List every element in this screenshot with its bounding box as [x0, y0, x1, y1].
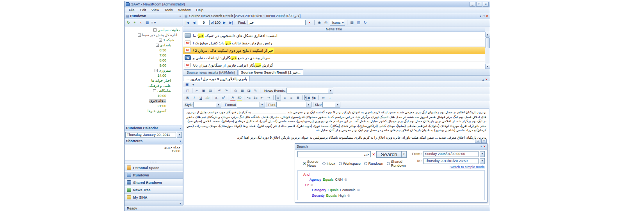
clear-find-icon[interactable]: ×	[307, 20, 312, 25]
from-date-field[interactable]: Sunday 2008/01/20 00:00	[423, 151, 479, 157]
save-icon[interactable]: ▣	[184, 82, 190, 87]
tree-item-selected[interactable]: مجله خبری	[125, 98, 182, 103]
paste-icon[interactable]: ▤	[207, 88, 213, 93]
shortcut-item-time[interactable]: 19:00	[127, 149, 180, 153]
refresh-results-icon[interactable]: ↻	[363, 20, 368, 25]
calendar-date-field[interactable]: Thursday, January 20, 2011	[125, 132, 176, 138]
tree-item[interactable]: اداره کل پخش خبر سیما-	[125, 32, 182, 37]
menu-edit[interactable]: Edit	[137, 8, 149, 12]
pin-menu-icon[interactable]: ▾	[480, 144, 482, 148]
minimize-icon[interactable]: _	[470, 2, 475, 7]
news-events-dropdown[interactable]: ▾	[286, 88, 333, 93]
align-left-icon[interactable]: ≡	[275, 95, 281, 100]
first-page-icon[interactable]: |◀	[185, 20, 190, 25]
menu-help[interactable]: Help	[193, 8, 206, 12]
scope-shared-rundown[interactable]: Shared Rundown	[387, 160, 407, 167]
insert-link-icon[interactable]: ∞	[320, 95, 326, 100]
pen-icon[interactable]: ✎	[253, 88, 258, 93]
search-button[interactable]: Search	[376, 151, 401, 158]
format-dropdown[interactable]: ▾	[237, 102, 265, 107]
restore-icon[interactable]: □	[475, 139, 480, 143]
tree-expander-icon[interactable]: -	[153, 28, 157, 32]
editor-tab[interactable]: ... باقری بااخلاق ترین 9 دوره قبل / برتر…	[184, 76, 250, 81]
scroll-down-icon[interactable]: ▼	[485, 64, 490, 69]
condition-and[interactable]: And	[303, 172, 310, 178]
nav-news-tree[interactable]: News Tree	[125, 186, 183, 194]
scrollbar-thumb[interactable]	[486, 37, 490, 48]
font-dropdown[interactable]: ▾	[276, 102, 311, 107]
switch-to-simple-mode-link[interactable]: Switch to simple mode	[409, 165, 485, 169]
tree-item[interactable]: 14:00	[125, 73, 182, 78]
tree-item[interactable]: علمی و فرهنگی	[125, 83, 182, 88]
radio-icon[interactable]	[387, 162, 390, 165]
copy-icon[interactable]: ▣	[201, 88, 206, 93]
insert-symbol-icon[interactable]: ↓	[327, 95, 333, 100]
save-options-icon[interactable]: ▾	[190, 82, 196, 87]
last-page-icon[interactable]: ▶|	[228, 20, 234, 25]
align-justify-icon[interactable]: ≣	[295, 95, 301, 100]
tree-item[interactable]: آنسوی خبرها	[125, 108, 182, 113]
superscript-icon[interactable]: x²	[221, 95, 226, 100]
tree-item[interactable]: 6:30	[125, 48, 182, 53]
menu-view[interactable]: View	[149, 8, 162, 12]
table-icon[interactable]: ▦	[239, 88, 245, 93]
cut-icon[interactable]: ✂	[194, 88, 200, 93]
dock-icon[interactable]: □	[483, 14, 485, 18]
tree-expander-icon[interactable]: -	[153, 89, 156, 92]
collapse-sidebar-icon[interactable]: «	[180, 14, 181, 18]
chevron-down-icon[interactable]: ▾	[180, 139, 181, 143]
radio-icon[interactable]	[322, 162, 326, 165]
filter-toggle-icon[interactable]: ◎	[323, 20, 329, 25]
style-dropdown[interactable]: ▾	[193, 102, 221, 107]
close-search-icon[interactable]: ×	[484, 144, 486, 148]
nav-shared-rundown[interactable]: Shared Rundown	[125, 179, 183, 186]
page-number-input[interactable]	[198, 20, 210, 25]
news-row[interactable]: امشب؛ افطاری تشکل های دانشجویی در "شبکه …	[183, 32, 485, 39]
delete-icon[interactable]: ×	[138, 20, 144, 25]
rtl-paragraph-icon[interactable]: ¶◀	[304, 95, 310, 100]
tab-scroll-icon[interactable]: ▴	[482, 78, 484, 81]
font-color-icon[interactable]: A	[230, 95, 236, 100]
from-date-dropdown-icon[interactable]: ▾	[480, 151, 485, 157]
nav-my-sina[interactable]: My SINA	[125, 194, 183, 201]
decrease-indent-icon[interactable]: ⇤	[259, 95, 265, 100]
menu-file[interactable]: File	[126, 8, 137, 12]
highlight-toggle-icon[interactable]: ◉	[317, 20, 322, 25]
bullet-list-icon[interactable]: •≡	[246, 95, 252, 100]
close-panel-icon[interactable]: ×	[486, 14, 488, 18]
news-row[interactable]: ۶/۶ گزارش خبرنگار اعزامی فارس از سنگاپور…	[183, 62, 485, 69]
italic-icon[interactable]: I	[191, 95, 197, 100]
bold-icon[interactable]: B	[185, 95, 190, 100]
chart-view-icon[interactable]: ▥	[356, 20, 361, 25]
remove-condition-icon[interactable]: ⊕	[357, 188, 360, 193]
size-dropdown[interactable]: ▾	[322, 102, 340, 107]
add-condition-icon[interactable]: ⊕	[310, 183, 313, 188]
tab-search-result[interactable]: Source News Search Result [2 خبر...	[238, 69, 303, 75]
nav-overflow-bar[interactable]: ▾	[125, 201, 183, 206]
shortcuts-header[interactable]: Shortcuts ▾	[125, 138, 183, 144]
close-icon[interactable]: ×	[483, 2, 489, 7]
tree-item[interactable]: 21:00	[125, 103, 182, 108]
align-center-icon[interactable]: ≡	[282, 95, 288, 100]
remove-condition-icon[interactable]: ⊕	[344, 177, 347, 183]
tree-item[interactable]: 7:00	[125, 53, 182, 58]
find-input[interactable]	[247, 20, 306, 25]
splitter-grip[interactable]	[125, 160, 183, 164]
close-editor-tab-icon[interactable]: ×	[486, 78, 487, 81]
scroll-up-icon[interactable]: ▲	[485, 32, 490, 37]
tree-expander-icon[interactable]: -	[159, 39, 162, 42]
tree-item[interactable]: معاونت سیاسی-	[125, 27, 182, 32]
calendar-dropdown-icon[interactable]: ▾	[177, 132, 182, 138]
to-date-dropdown-icon[interactable]: ▾	[480, 158, 485, 164]
tree-item[interactable]: بامدادی-	[125, 42, 182, 48]
remove-condition-icon[interactable]: ⊕	[347, 193, 350, 199]
grid-view-icon[interactable]: ▦	[349, 20, 355, 25]
view-options-icon[interactable]: ≡ ▾	[151, 20, 156, 25]
new-document-icon[interactable]: ▢	[185, 88, 190, 93]
radio-icon[interactable]	[364, 162, 367, 165]
condition-security[interactable]: Security Equals High ⊕	[312, 193, 481, 199]
shortcut-item[interactable]: مجله خبری	[127, 145, 180, 149]
tree-item[interactable]: 19:00	[125, 93, 182, 98]
chevron-down-icon[interactable]: ▾	[180, 127, 181, 130]
scope-inbox[interactable]: Inbox	[322, 162, 335, 166]
